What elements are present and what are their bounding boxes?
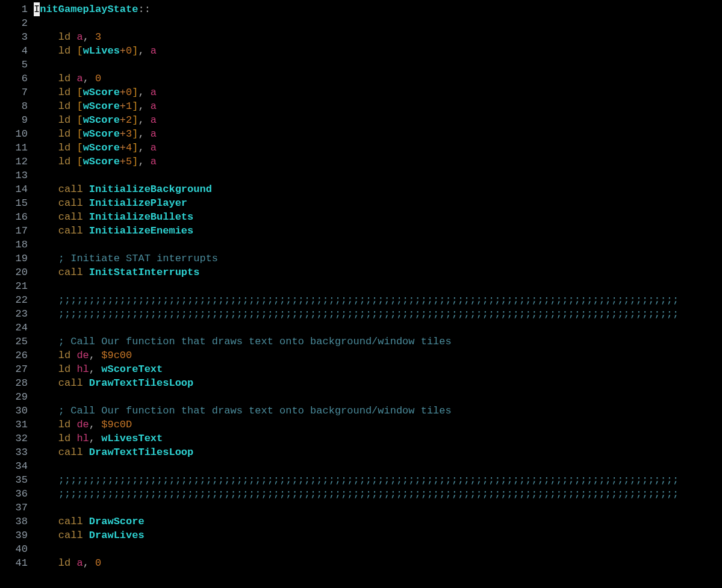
code-token: 0 xyxy=(126,45,132,57)
code-line[interactable]: ld hl, wLivesText xyxy=(34,432,722,445)
code-token: wLives xyxy=(83,45,120,57)
code-line[interactable]: ld hl, wScoreText xyxy=(34,362,722,376)
code-token xyxy=(70,87,76,98)
code-token: , xyxy=(89,350,95,361)
code-line[interactable] xyxy=(34,390,722,404)
code-token xyxy=(34,488,58,500)
code-token: ld xyxy=(58,45,70,57)
code-line[interactable]: ld [wLives+0], a xyxy=(34,44,722,58)
code-token xyxy=(34,350,58,361)
code-token xyxy=(70,128,76,140)
code-line[interactable] xyxy=(34,16,722,30)
line-number: 24 xyxy=(0,321,28,335)
code-line[interactable]: call InitializeEnemies xyxy=(34,224,722,238)
code-line[interactable] xyxy=(34,169,722,182)
code-token: , xyxy=(83,557,89,569)
line-number: 20 xyxy=(0,265,28,279)
code-line[interactable] xyxy=(34,542,722,556)
line-number: 15 xyxy=(0,196,28,210)
code-token: ld xyxy=(58,350,70,361)
code-line[interactable]: call InitializeBullets xyxy=(34,210,722,224)
code-line[interactable]: call InitializeBackground xyxy=(34,182,722,196)
code-line[interactable]: ld [wScore+2], a xyxy=(34,113,722,127)
code-line[interactable]: call DrawScore xyxy=(34,515,722,528)
code-token: a xyxy=(151,114,157,126)
line-number-gutter: 1234567891011121314151617181920212223242… xyxy=(0,2,34,570)
code-line[interactable]: InitGameplayState:: xyxy=(34,2,722,16)
line-number: 27 xyxy=(0,362,28,376)
code-token: call xyxy=(58,377,83,389)
code-token: wLivesText xyxy=(101,433,163,444)
code-line[interactable]: call DrawTextTilesLoop xyxy=(34,376,722,390)
code-line[interactable]: ld [wScore+3], a xyxy=(34,127,722,141)
code-line[interactable] xyxy=(34,321,722,335)
code-token: , xyxy=(138,45,144,57)
code-line[interactable]: ; Initiate STAT interrupts xyxy=(34,252,722,265)
code-token: DrawTextTilesLoop xyxy=(89,377,193,389)
line-number: 12 xyxy=(0,155,28,169)
code-editor[interactable]: 1234567891011121314151617181920212223242… xyxy=(0,0,722,582)
code-line[interactable] xyxy=(34,459,722,473)
code-token: ] xyxy=(132,101,138,112)
code-token xyxy=(34,31,58,43)
code-token: ld xyxy=(58,419,70,430)
code-token xyxy=(34,336,58,347)
code-token: ; Initiate STAT interrupts xyxy=(58,253,218,264)
code-token xyxy=(34,45,58,57)
code-line[interactable]: ld [wScore+5], a xyxy=(34,155,722,169)
code-line[interactable]: call DrawLives xyxy=(34,528,722,542)
line-number: 26 xyxy=(0,348,28,362)
code-token: a xyxy=(76,31,82,43)
line-number: 18 xyxy=(0,238,28,252)
code-token: a xyxy=(151,87,157,98)
code-line[interactable]: ld [wScore+4], a xyxy=(34,141,722,155)
line-number: 2 xyxy=(0,16,28,30)
code-line[interactable]: call InitializePlayer xyxy=(34,196,722,210)
code-line[interactable]: ; Call Our function that draws text onto… xyxy=(34,335,722,348)
code-line[interactable]: ;;;;;;;;;;;;;;;;;;;;;;;;;;;;;;;;;;;;;;;;… xyxy=(34,473,722,487)
code-line[interactable] xyxy=(34,279,722,293)
code-line[interactable]: ld de, $9c0D xyxy=(34,418,722,432)
code-line[interactable]: ld [wScore+0], a xyxy=(34,85,722,99)
code-line[interactable]: ld a, 0 xyxy=(34,72,722,85)
code-line[interactable]: ;;;;;;;;;;;;;;;;;;;;;;;;;;;;;;;;;;;;;;;;… xyxy=(34,487,722,501)
code-line[interactable]: ld a, 0 xyxy=(34,556,722,570)
line-number: 1 xyxy=(0,2,28,16)
code-token xyxy=(70,156,76,167)
line-number: 38 xyxy=(0,515,28,528)
code-token xyxy=(89,31,95,43)
code-token: ld xyxy=(58,73,70,84)
code-line[interactable]: call InitStatInterrupts xyxy=(34,265,722,279)
code-line[interactable]: ld a, 3 xyxy=(34,30,722,44)
code-line[interactable]: ; Call Our function that draws text onto… xyxy=(34,404,722,418)
code-line[interactable] xyxy=(34,58,722,72)
line-number: 36 xyxy=(0,487,28,501)
code-token: , xyxy=(138,87,144,98)
code-token xyxy=(34,516,58,527)
code-token: call xyxy=(58,267,83,278)
code-token xyxy=(89,73,95,84)
code-token: DrawTextTilesLoop xyxy=(89,447,193,458)
code-token xyxy=(70,31,76,43)
code-token xyxy=(34,267,58,278)
code-area[interactable]: InitGameplayState:: ld a, 3 ld [wLives+0… xyxy=(34,2,722,570)
code-line[interactable] xyxy=(34,501,722,515)
code-line[interactable] xyxy=(34,238,722,252)
line-number: 4 xyxy=(0,44,28,58)
code-line[interactable]: call DrawTextTilesLoop xyxy=(34,445,722,459)
code-token: 0 xyxy=(126,87,132,98)
code-token xyxy=(34,447,58,458)
code-token: ; Call Our function that draws text onto… xyxy=(58,405,452,416)
code-line[interactable]: ;;;;;;;;;;;;;;;;;;;;;;;;;;;;;;;;;;;;;;;;… xyxy=(34,307,722,321)
code-token xyxy=(70,433,76,444)
code-token xyxy=(34,197,58,209)
code-token: wScore xyxy=(83,114,120,126)
code-line[interactable]: ld de, $9c00 xyxy=(34,348,722,362)
code-token: call xyxy=(58,516,83,527)
code-token xyxy=(34,142,58,153)
code-token: ;;;;;;;;;;;;;;;;;;;;;;;;;;;;;;;;;;;;;;;;… xyxy=(58,474,679,486)
code-line[interactable]: ;;;;;;;;;;;;;;;;;;;;;;;;;;;;;;;;;;;;;;;;… xyxy=(34,293,722,307)
code-token: ld xyxy=(58,433,70,444)
code-token xyxy=(34,530,58,541)
code-line[interactable]: ld [wScore+1], a xyxy=(34,99,722,113)
